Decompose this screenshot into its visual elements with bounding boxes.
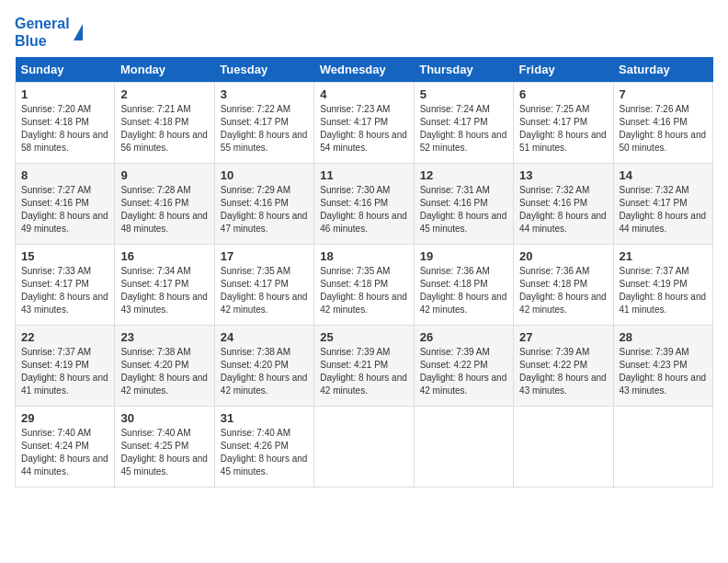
cell-content: Sunrise: 7:40 AMSunset: 4:25 PMDaylight:… [120,427,208,478]
day-number: 21 [620,249,707,263]
cell-content: Sunrise: 7:25 AMSunset: 4:17 PMDaylight:… [519,103,607,155]
daylight-text: Daylight: 8 hours and 51 minutes. [519,129,607,155]
calendar-week-1: 1Sunrise: 7:20 AMSunset: 4:18 PMDaylight… [16,83,713,164]
sunrise-text: Sunrise: 7:24 AM [420,103,507,116]
calendar-cell: 5Sunrise: 7:24 AMSunset: 4:17 PMDaylight… [414,83,513,164]
calendar-cell [514,407,613,488]
daylight-text: Daylight: 8 hours and 43 minutes. [620,372,707,397]
sunrise-text: Sunrise: 7:39 AM [320,346,407,359]
cell-content: Sunrise: 7:39 AMSunset: 4:22 PMDaylight:… [519,346,607,397]
sunrise-text: Sunrise: 7:38 AM [120,346,208,359]
calendar-cell: 18Sunrise: 7:35 AMSunset: 4:18 PMDayligh… [314,245,414,326]
daylight-text: Daylight: 8 hours and 42 minutes. [120,372,208,397]
cell-content: Sunrise: 7:31 AMSunset: 4:16 PMDaylight:… [420,184,507,236]
calendar-cell: 16Sunrise: 7:34 AMSunset: 4:17 PMDayligh… [115,245,214,326]
calendar-cell: 17Sunrise: 7:35 AMSunset: 4:17 PMDayligh… [214,245,313,326]
day-number: 16 [120,249,208,263]
cell-content: Sunrise: 7:38 AMSunset: 4:20 PMDaylight:… [221,346,308,397]
day-number: 17 [221,249,308,263]
daylight-text: Daylight: 8 hours and 58 minutes. [21,129,108,155]
calendar-cell: 29Sunrise: 7:40 AMSunset: 4:24 PMDayligh… [16,407,115,488]
calendar-cell: 6Sunrise: 7:25 AMSunset: 4:17 PMDaylight… [514,83,613,164]
sunset-text: Sunset: 4:18 PM [320,278,407,291]
sunset-text: Sunset: 4:17 PM [221,116,308,129]
day-number: 25 [320,330,407,344]
day-number: 1 [21,87,108,101]
sunset-text: Sunset: 4:24 PM [21,440,108,453]
sunrise-text: Sunrise: 7:36 AM [519,265,607,278]
sunset-text: Sunset: 4:17 PM [519,116,607,129]
calendar-cell: 15Sunrise: 7:33 AMSunset: 4:17 PMDayligh… [16,245,115,326]
sunrise-text: Sunrise: 7:34 AM [120,265,208,278]
daylight-text: Daylight: 8 hours and 45 minutes. [420,210,507,236]
calendar-cell: 12Sunrise: 7:31 AMSunset: 4:16 PMDayligh… [414,164,513,245]
day-number: 30 [120,411,208,425]
day-number: 27 [519,330,607,344]
cell-content: Sunrise: 7:34 AMSunset: 4:17 PMDaylight:… [120,265,208,316]
daylight-text: Daylight: 8 hours and 43 minutes. [519,372,607,397]
daylight-text: Daylight: 8 hours and 49 minutes. [21,210,108,236]
sunrise-text: Sunrise: 7:28 AM [120,184,208,197]
sunset-text: Sunset: 4:18 PM [21,116,108,129]
day-number: 8 [21,168,108,182]
sunset-text: Sunset: 4:16 PM [221,197,308,210]
calendar-cell: 14Sunrise: 7:32 AMSunset: 4:17 PMDayligh… [613,164,712,245]
sunset-text: Sunset: 4:25 PM [120,440,208,453]
daylight-text: Daylight: 8 hours and 46 minutes. [320,210,407,236]
sunrise-text: Sunrise: 7:37 AM [620,265,707,278]
daylight-text: Daylight: 8 hours and 47 minutes. [221,210,308,236]
calendar-cell: 4Sunrise: 7:23 AMSunset: 4:17 PMDaylight… [314,83,414,164]
sunset-text: Sunset: 4:19 PM [620,278,707,291]
sunset-text: Sunset: 4:17 PM [120,278,208,291]
sunrise-text: Sunrise: 7:25 AM [519,103,607,116]
day-number: 18 [320,249,407,263]
calendar-week-4: 22Sunrise: 7:37 AMSunset: 4:19 PMDayligh… [16,326,713,407]
logo-text: GeneralBlue [15,15,70,50]
daylight-text: Daylight: 8 hours and 42 minutes. [420,291,507,316]
cell-content: Sunrise: 7:20 AMSunset: 4:18 PMDaylight:… [21,103,108,155]
cell-content: Sunrise: 7:38 AMSunset: 4:20 PMDaylight:… [120,346,208,397]
daylight-text: Daylight: 8 hours and 50 minutes. [620,129,707,155]
day-number: 28 [620,330,707,344]
calendar-cell: 23Sunrise: 7:38 AMSunset: 4:20 PMDayligh… [115,326,214,407]
sunrise-text: Sunrise: 7:32 AM [519,184,607,197]
daylight-text: Daylight: 8 hours and 55 minutes. [221,129,308,155]
calendar-cell: 25Sunrise: 7:39 AMSunset: 4:21 PMDayligh… [314,326,414,407]
daylight-text: Daylight: 8 hours and 42 minutes. [320,372,407,397]
day-number: 11 [320,168,407,182]
cell-content: Sunrise: 7:27 AMSunset: 4:16 PMDaylight:… [21,184,108,236]
day-number: 14 [620,168,707,182]
daylight-text: Daylight: 8 hours and 42 minutes. [519,291,607,316]
logo-triangle-icon [74,24,83,40]
calendar-cell: 11Sunrise: 7:30 AMSunset: 4:16 PMDayligh… [314,164,414,245]
cell-content: Sunrise: 7:32 AMSunset: 4:17 PMDaylight:… [620,184,707,236]
column-header-friday: Friday [514,57,613,83]
calendar-cell: 7Sunrise: 7:26 AMSunset: 4:16 PMDaylight… [613,83,712,164]
sunset-text: Sunset: 4:18 PM [420,278,507,291]
daylight-text: Daylight: 8 hours and 44 minutes. [519,210,607,236]
daylight-text: Daylight: 8 hours and 42 minutes. [420,372,507,397]
sunrise-text: Sunrise: 7:27 AM [21,184,108,197]
page-header: GeneralBlue [15,15,713,50]
cell-content: Sunrise: 7:23 AMSunset: 4:17 PMDaylight:… [320,103,407,155]
day-number: 22 [21,330,108,344]
day-number: 23 [120,330,208,344]
sunrise-text: Sunrise: 7:40 AM [221,427,308,440]
daylight-text: Daylight: 8 hours and 45 minutes. [120,453,208,478]
column-header-tuesday: Tuesday [214,57,313,83]
calendar-cell: 26Sunrise: 7:39 AMSunset: 4:22 PMDayligh… [414,326,513,407]
cell-content: Sunrise: 7:37 AMSunset: 4:19 PMDaylight:… [21,346,108,397]
sunrise-text: Sunrise: 7:29 AM [221,184,308,197]
calendar-week-5: 29Sunrise: 7:40 AMSunset: 4:24 PMDayligh… [16,407,713,488]
calendar-cell: 21Sunrise: 7:37 AMSunset: 4:19 PMDayligh… [613,245,712,326]
daylight-text: Daylight: 8 hours and 43 minutes. [21,291,108,316]
sunset-text: Sunset: 4:26 PM [221,440,308,453]
sunset-text: Sunset: 4:17 PM [21,278,108,291]
sunset-text: Sunset: 4:17 PM [221,278,308,291]
day-number: 3 [221,87,308,101]
sunset-text: Sunset: 4:16 PM [420,197,507,210]
calendar-cell: 8Sunrise: 7:27 AMSunset: 4:16 PMDaylight… [16,164,115,245]
sunrise-text: Sunrise: 7:39 AM [519,346,607,359]
calendar-week-3: 15Sunrise: 7:33 AMSunset: 4:17 PMDayligh… [16,245,713,326]
cell-content: Sunrise: 7:28 AMSunset: 4:16 PMDaylight:… [120,184,208,236]
